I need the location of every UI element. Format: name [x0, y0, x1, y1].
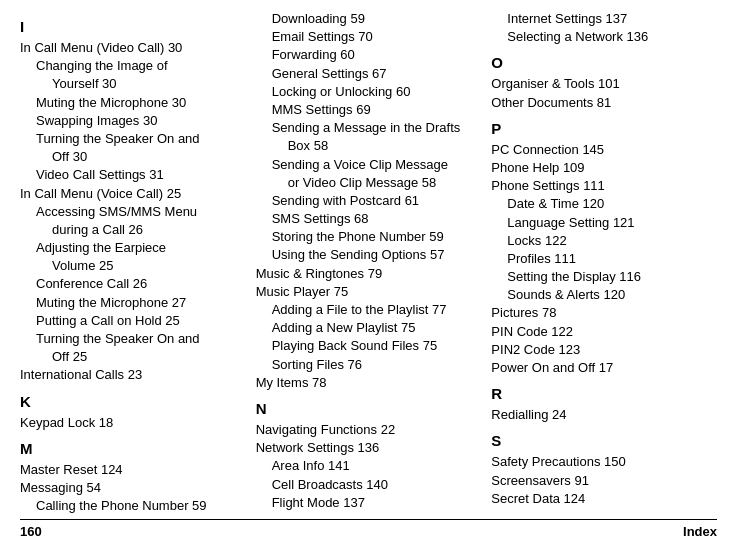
index-entry: MMS Settings 69 — [272, 101, 482, 119]
index-entry: My Items 78 — [256, 374, 482, 392]
index-entry: Locks 122 — [507, 232, 717, 250]
index-entry: SMS Settings 68 — [272, 210, 482, 228]
section-header: O — [491, 52, 717, 73]
section-header: M — [20, 438, 246, 459]
index-entry: Accessing SMS/MMS Menu — [36, 203, 246, 221]
section-header: R — [491, 383, 717, 404]
column-2: Internet Settings 137Selecting a Network… — [491, 10, 717, 515]
index-entry: Internet Settings 137 — [507, 10, 717, 28]
index-entry: PIN Code 122 — [491, 323, 717, 341]
index-entry: Selecting a Network 136 — [507, 28, 717, 46]
index-entry: Locking or Unlocking 60 — [272, 83, 482, 101]
index-entry: Flight Mode 137 — [272, 494, 482, 512]
index-entry: General Settings 67 — [272, 65, 482, 83]
index-entry: Changing the Image of — [36, 57, 246, 75]
index-entry: Sending with Postcard 61 — [272, 192, 482, 210]
index-entry: Redialling 24 — [491, 406, 717, 424]
section-header: P — [491, 118, 717, 139]
index-entry: Playing Back Sound Files 75 — [272, 337, 482, 355]
index-entry: Muting the Microphone 30 — [36, 94, 246, 112]
index-entry: Muting the Microphone 27 — [36, 294, 246, 312]
footer-label: Index — [683, 524, 717, 539]
index-entry: Off 25 — [52, 348, 246, 366]
index-entry: Adding a New Playlist 75 — [272, 319, 482, 337]
index-entry: Putting a Call on Hold 25 — [36, 312, 246, 330]
index-entry: Profiles 111 — [507, 250, 717, 268]
index-entry: PC Connection 145 — [491, 141, 717, 159]
index-entry: PIN2 Code 123 — [491, 341, 717, 359]
index-entry: Video Call Settings 31 — [36, 166, 246, 184]
index-entry: Other Documents 81 — [491, 94, 717, 112]
page: IIn Call Menu (Video Call) 30Changing th… — [0, 0, 737, 549]
index-entry: Email Settings 70 — [272, 28, 482, 46]
index-entry: In Call Menu (Voice Call) 25 — [20, 185, 246, 203]
index-entry: Organiser & Tools 101 — [491, 75, 717, 93]
section-header: N — [256, 398, 482, 419]
section-header: K — [20, 391, 246, 412]
index-entry: Turning the Speaker On and — [36, 130, 246, 148]
index-entry: In Call Menu (Video Call) 30 — [20, 39, 246, 57]
index-entry: Language Setting 121 — [507, 214, 717, 232]
index-entry: International Calls 23 — [20, 366, 246, 384]
index-entry: Yourself 30 — [52, 75, 246, 93]
index-entry: Phone Help 109 — [491, 159, 717, 177]
index-entry: Conference Call 26 — [36, 275, 246, 293]
index-entry: Swapping Images 30 — [36, 112, 246, 130]
index-entry: or Video Clip Message 58 — [288, 174, 482, 192]
index-entry: Safety Precautions 150 — [491, 453, 717, 471]
index-entry: Downloading 59 — [272, 10, 482, 28]
index-entry: during a Call 26 — [52, 221, 246, 239]
index-entry: Secret Data 124 — [491, 490, 717, 508]
index-entry: Phone Settings 111 — [491, 177, 717, 195]
index-entry: Storing the Phone Number 59 — [272, 228, 482, 246]
index-entry: Sending a Message in the Drafts — [272, 119, 482, 137]
index-entry: Network Settings 136 — [256, 439, 482, 457]
index-entry: Pictures 78 — [491, 304, 717, 322]
index-entry: Calling the Phone Number 59 — [36, 497, 246, 515]
index-entry: Volume 25 — [52, 257, 246, 275]
section-header: I — [20, 16, 246, 37]
index-entry: Keypad Lock 18 — [20, 414, 246, 432]
index-entry: Area Info 141 — [272, 457, 482, 475]
index-entry: Adjusting the Earpiece — [36, 239, 246, 257]
index-entry: Cell Broadcasts 140 — [272, 476, 482, 494]
index-entry: Setting the Display 116 — [507, 268, 717, 286]
footer: 160 Index — [20, 519, 717, 539]
index-entry: Using the Sending Options 57 — [272, 246, 482, 264]
content: IIn Call Menu (Video Call) 30Changing th… — [20, 10, 717, 515]
index-entry: Off 30 — [52, 148, 246, 166]
index-entry: Power On and Off 17 — [491, 359, 717, 377]
section-header: S — [491, 430, 717, 451]
index-entry: Adding a File to the Playlist 77 — [272, 301, 482, 319]
index-entry: Navigating Functions 22 — [256, 421, 482, 439]
footer-page-number: 160 — [20, 524, 42, 539]
index-entry: Messaging 54 — [20, 479, 246, 497]
column-0: IIn Call Menu (Video Call) 30Changing th… — [20, 10, 256, 515]
index-entry: Music Player 75 — [256, 283, 482, 301]
index-entry: Screensavers 91 — [491, 472, 717, 490]
index-entry: Sounds & Alerts 120 — [507, 286, 717, 304]
index-entry: Turning the Speaker On and — [36, 330, 246, 348]
index-entry: Box 58 — [288, 137, 482, 155]
index-entry: Forwarding 60 — [272, 46, 482, 64]
index-entry: Sending a Voice Clip Message — [272, 156, 482, 174]
index-entry: Date & Time 120 — [507, 195, 717, 213]
index-entry: Music & Ringtones 79 — [256, 265, 482, 283]
index-entry: Sorting Files 76 — [272, 356, 482, 374]
index-entry: Master Reset 124 — [20, 461, 246, 479]
column-1: Downloading 59Email Settings 70Forwardin… — [256, 10, 492, 515]
